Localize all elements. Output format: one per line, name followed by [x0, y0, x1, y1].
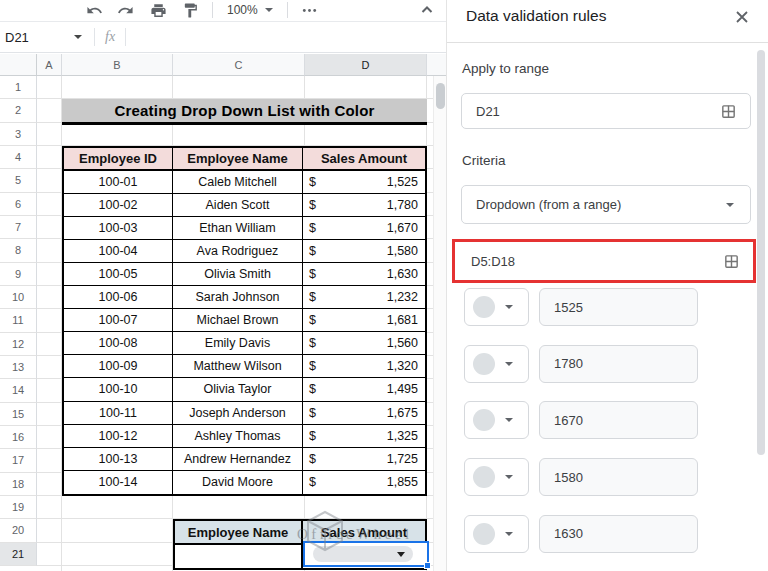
- header-sales-amount[interactable]: Sales Amount: [303, 148, 425, 169]
- cell-employee-name[interactable]: Ashley Thomas: [173, 425, 303, 447]
- zoom-control[interactable]: 100%: [225, 3, 275, 17]
- cell-sales-amount[interactable]: $1,681: [303, 309, 425, 331]
- header-employee-id[interactable]: Employee ID: [64, 148, 173, 169]
- cell-employee-id[interactable]: 100-03: [64, 217, 173, 239]
- cell-employee-name[interactable]: Caleb Mitchell: [173, 171, 303, 193]
- cell-employee-id[interactable]: 100-07: [64, 309, 173, 331]
- item-value-field[interactable]: 1630: [539, 515, 698, 553]
- collapse-toolbar-icon[interactable]: [418, 0, 436, 18]
- row-header-8[interactable]: 8: [0, 239, 37, 262]
- cell-employee-name[interactable]: Emily Davis: [173, 332, 303, 354]
- row-header-9[interactable]: 9: [0, 263, 37, 286]
- cells-region[interactable]: Creating Drop Down List with Color Emplo…: [37, 76, 433, 571]
- item-color-button[interactable]: [464, 458, 529, 496]
- cell-employee-id[interactable]: 100-08: [64, 332, 173, 354]
- paint-format-icon[interactable]: [180, 0, 200, 20]
- select-data-range-icon[interactable]: [720, 103, 737, 120]
- cell-employee-name[interactable]: Aiden Scott: [173, 194, 303, 216]
- cell-sales-amount[interactable]: $1,560: [303, 332, 425, 354]
- cell-employee-name[interactable]: Olivia Smith: [173, 263, 303, 285]
- row-header-11[interactable]: 11: [0, 309, 37, 332]
- sheet-title-cell[interactable]: Creating Drop Down List with Color: [62, 99, 427, 125]
- cell-employee-id[interactable]: 100-05: [64, 263, 173, 285]
- cell-employee-name[interactable]: Sarah Johnson: [173, 286, 303, 308]
- print-icon[interactable]: [148, 0, 168, 20]
- cell-employee-name[interactable]: David Moore: [173, 471, 303, 494]
- column-header-B[interactable]: B: [62, 54, 173, 76]
- row-header-5[interactable]: 5: [0, 169, 37, 192]
- cell-employee-name[interactable]: Andrew Hernandez: [173, 448, 303, 470]
- source-range-field-highlighted[interactable]: D5:D18: [452, 239, 756, 283]
- cell-sales-amount[interactable]: $1,670: [303, 217, 425, 239]
- selected-cell-d21[interactable]: [303, 541, 429, 567]
- select-data-range-icon[interactable]: [723, 253, 740, 270]
- item-value-field[interactable]: 1670: [539, 401, 698, 439]
- cell-employee-name[interactable]: Olivia Taylor: [173, 378, 303, 400]
- lookup-header-sales-amount[interactable]: Sales Amount: [303, 521, 425, 542]
- column-header-A[interactable]: A: [37, 54, 62, 76]
- row-header-3[interactable]: 3: [0, 123, 37, 146]
- lookup-name-cell[interactable]: [175, 545, 303, 568]
- cell-employee-id[interactable]: 100-12: [64, 425, 173, 447]
- row-header-2[interactable]: 2: [0, 99, 37, 122]
- item-color-button[interactable]: [464, 288, 529, 326]
- row-header-1[interactable]: 1: [0, 76, 37, 99]
- scrollbar-thumb[interactable]: [436, 83, 445, 109]
- row-header-16[interactable]: 16: [0, 426, 37, 449]
- criteria-select[interactable]: Dropdown (from a range): [461, 185, 751, 224]
- item-value-field[interactable]: 1525: [539, 288, 698, 326]
- cell-sales-amount[interactable]: $1,580: [303, 240, 425, 262]
- in-cell-dropdown[interactable]: [313, 546, 413, 562]
- redo-icon[interactable]: [116, 0, 136, 20]
- cell-sales-amount[interactable]: $1,675: [303, 402, 425, 424]
- row-header-19[interactable]: 19: [0, 496, 37, 519]
- row-header-21[interactable]: 21: [0, 543, 37, 566]
- fill-handle[interactable]: [424, 562, 431, 569]
- item-value-field[interactable]: 1780: [539, 345, 698, 383]
- row-header-15[interactable]: 15: [0, 403, 37, 426]
- cell-employee-id[interactable]: 100-04: [64, 240, 173, 262]
- column-header-C[interactable]: C: [173, 54, 305, 76]
- cell-employee-name[interactable]: Ethan William: [173, 217, 303, 239]
- name-box[interactable]: D21: [0, 30, 88, 45]
- item-color-button[interactable]: [464, 345, 529, 383]
- cell-employee-id[interactable]: 100-11: [64, 402, 173, 424]
- cell-employee-name[interactable]: Matthew Wilson: [173, 355, 303, 377]
- row-header-18[interactable]: 18: [0, 473, 37, 496]
- row-header-13[interactable]: 13: [0, 356, 37, 379]
- header-employee-name[interactable]: Employee Name: [173, 148, 303, 169]
- row-header-20[interactable]: 20: [0, 519, 37, 542]
- cell-employee-id[interactable]: 100-02: [64, 194, 173, 216]
- cell-employee-id[interactable]: 100-06: [64, 286, 173, 308]
- close-icon[interactable]: [733, 8, 751, 26]
- item-color-button[interactable]: [464, 515, 529, 553]
- undo-icon[interactable]: [84, 0, 104, 20]
- row-header-4[interactable]: 4: [0, 146, 37, 169]
- column-header-D[interactable]: D: [305, 54, 427, 76]
- row-header-6[interactable]: 6: [0, 193, 37, 216]
- item-value-field[interactable]: 1580: [539, 458, 698, 496]
- cell-sales-amount[interactable]: $1,320: [303, 355, 425, 377]
- cell-sales-amount[interactable]: $1,725: [303, 448, 425, 470]
- apply-to-range-field[interactable]: D21: [461, 93, 751, 129]
- more-options-icon[interactable]: [300, 0, 320, 20]
- cell-sales-amount[interactable]: $1,630: [303, 263, 425, 285]
- cell-employee-name[interactable]: Michael Brown: [173, 309, 303, 331]
- cell-sales-amount[interactable]: $1,495: [303, 378, 425, 400]
- row-header-7[interactable]: 7: [0, 216, 37, 239]
- cell-employee-id[interactable]: 100-01: [64, 171, 173, 193]
- cell-sales-amount[interactable]: $1,232: [303, 286, 425, 308]
- panel-scrollbar[interactable]: [757, 50, 765, 455]
- cell-sales-amount[interactable]: $1,855: [303, 471, 425, 494]
- cell-employee-id[interactable]: 100-09: [64, 355, 173, 377]
- lookup-header-employee-name[interactable]: Employee Name: [175, 521, 303, 542]
- select-all-corner[interactable]: [0, 54, 37, 76]
- cell-employee-name[interactable]: Ava Rodriguez: [173, 240, 303, 262]
- row-header-10[interactable]: 10: [0, 286, 37, 309]
- cell-sales-amount[interactable]: $1,525: [303, 171, 425, 193]
- cell-sales-amount[interactable]: $1,780: [303, 194, 425, 216]
- cell-sales-amount[interactable]: $1,325: [303, 425, 425, 447]
- cell-employee-name[interactable]: Joseph Anderson: [173, 402, 303, 424]
- row-header-17[interactable]: 17: [0, 449, 37, 472]
- item-color-button[interactable]: [464, 401, 529, 439]
